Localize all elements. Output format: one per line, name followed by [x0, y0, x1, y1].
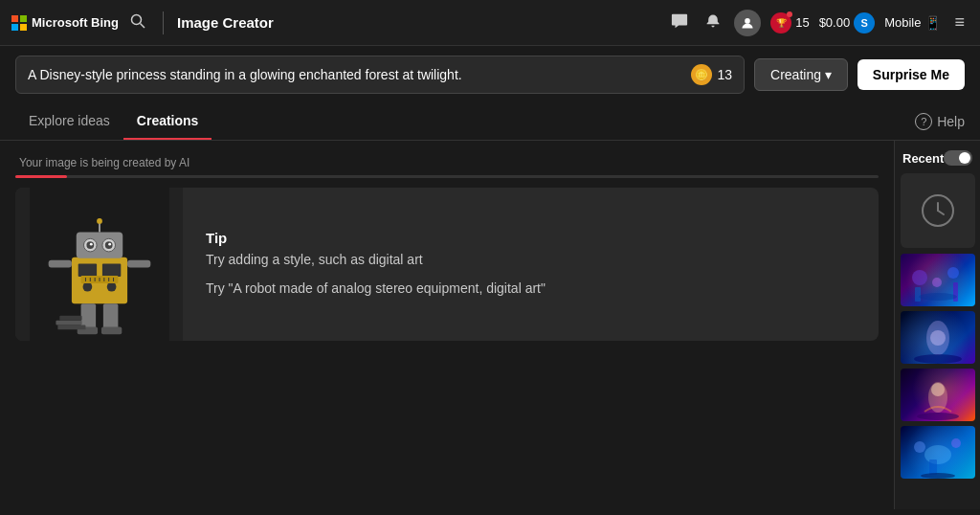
tip-content: Tip Try adding a style, such as digital … — [183, 188, 568, 341]
main-content: Your image is being created by AI — [0, 141, 980, 509]
tab-explore[interactable]: Explore ideas — [15, 103, 123, 140]
sidebar-thumb-2[interactable] — [901, 311, 975, 364]
tip-subtitle: Try adding a style, such as digital art — [206, 252, 546, 267]
creating-label: Creating ▾ — [770, 67, 832, 82]
mobile-label: Mobile 📱 — [884, 15, 941, 31]
svg-rect-24 — [57, 325, 85, 330]
tip-image — [15, 188, 183, 341]
progress-bar-fill — [15, 175, 67, 178]
search-input[interactable] — [28, 67, 691, 82]
svg-point-15 — [108, 243, 111, 246]
svg-point-43 — [919, 293, 957, 301]
creating-button[interactable]: Creating ▾ — [754, 58, 848, 91]
tabs-row: Explore ideas Creations ? Help — [0, 103, 980, 141]
svg-line-1 — [141, 23, 145, 28]
svg-point-54 — [921, 473, 955, 479]
help-button[interactable]: ? Help — [915, 113, 965, 130]
recent-label: Recent — [902, 151, 944, 166]
svg-rect-6 — [101, 264, 120, 278]
coin-icon: 🏆 — [770, 12, 791, 34]
reward-icon: S — [854, 12, 875, 34]
recent-toggle[interactable] — [944, 150, 972, 166]
svg-rect-25 — [56, 321, 81, 325]
svg-point-14 — [89, 243, 92, 246]
chat-icon-button[interactable] — [667, 9, 692, 37]
ai-creating-text: Your image is being created by AI — [15, 156, 879, 169]
svg-rect-41 — [915, 287, 921, 302]
sidebar: Recent — [894, 141, 980, 509]
content-area: Your image is being created by AI — [0, 141, 894, 509]
sidebar-thumb-1[interactable] — [901, 254, 975, 306]
svg-point-8 — [106, 282, 116, 292]
search-input-wrapper: 🪙 13 — [15, 56, 745, 94]
coin-count-badge: 🪙 13 — [691, 64, 732, 85]
svg-point-17 — [97, 218, 102, 224]
header: Microsoft Bing Image Creator — [0, 0, 980, 46]
header-divider — [163, 11, 164, 34]
sidebar-placeholder — [901, 173, 975, 248]
header-left: Microsoft Bing Image Creator — [11, 10, 274, 36]
progress-bar-wrapper — [15, 175, 879, 178]
notification-icon-button[interactable] — [702, 10, 724, 36]
svg-rect-18 — [48, 260, 71, 268]
svg-point-40 — [932, 278, 942, 287]
svg-point-50 — [914, 441, 925, 453]
svg-point-38 — [912, 270, 927, 285]
bing-logo-grid — [11, 15, 27, 31]
svg-point-7 — [82, 282, 92, 292]
svg-line-37 — [938, 211, 944, 214]
clock-icon — [921, 193, 955, 228]
coins-count: 15 — [795, 15, 809, 30]
svg-point-46 — [914, 354, 962, 364]
tab-creations[interactable]: Creations — [123, 103, 212, 140]
toggle-knob — [959, 152, 970, 164]
surprise-me-label: Surprise Me — [873, 67, 949, 82]
page-title: Image Creator — [177, 14, 274, 31]
sidebar-thumb-4[interactable] — [901, 426, 975, 479]
coins-badge: 🏆 15 — [770, 12, 809, 34]
robot-illustration — [28, 188, 171, 341]
svg-rect-26 — [59, 316, 81, 321]
tabs-left: Explore ideas Creations — [15, 103, 212, 140]
mobile-icon: 📱 — [924, 15, 941, 31]
svg-rect-5 — [78, 264, 96, 278]
svg-point-0 — [132, 14, 142, 24]
bing-logo[interactable]: Microsoft Bing — [11, 15, 119, 31]
svg-point-49 — [917, 413, 959, 420]
svg-rect-21 — [102, 303, 118, 329]
coin-count-number: 13 — [717, 67, 732, 82]
svg-rect-53 — [929, 459, 937, 475]
surprise-me-button[interactable]: Surprise Me — [858, 59, 965, 90]
hamburger-button[interactable]: ≡ — [950, 9, 969, 36]
svg-rect-19 — [127, 260, 150, 268]
tip-example: Try "A robot made of analog stereo equip… — [206, 279, 546, 299]
svg-point-45 — [930, 330, 946, 346]
svg-point-2 — [745, 18, 750, 24]
svg-point-48 — [931, 383, 945, 396]
reward-badge: $0.00 S — [819, 12, 876, 34]
search-button[interactable] — [126, 10, 149, 36]
avatar-button[interactable] — [734, 10, 761, 36]
coin-dot — [787, 11, 792, 17]
svg-point-51 — [951, 438, 961, 448]
bing-logo-text: Microsoft Bing — [32, 15, 119, 30]
svg-rect-23 — [100, 326, 121, 334]
help-label: Help — [937, 114, 965, 129]
help-icon: ? — [915, 113, 932, 130]
header-right: 🏆 15 $0.00 S Mobile 📱 ≡ — [667, 9, 969, 37]
reward-amount: $0.00 — [819, 15, 851, 30]
svg-point-39 — [947, 267, 959, 279]
tip-label: Tip — [206, 230, 546, 246]
svg-point-52 — [924, 445, 951, 464]
coin-circle-small: 🪙 — [691, 64, 712, 85]
sidebar-header: Recent — [901, 150, 974, 166]
tip-card: Tip Try adding a style, such as digital … — [15, 188, 879, 341]
search-bar-row: 🪙 13 Creating ▾ Surprise Me — [0, 46, 980, 103]
sidebar-thumb-3[interactable] — [901, 369, 975, 421]
